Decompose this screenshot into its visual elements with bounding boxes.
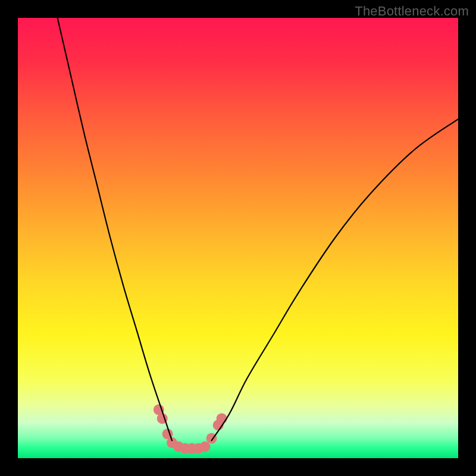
chart-foreground [18,18,458,458]
marker-dot [200,441,211,452]
plot-area [18,18,458,458]
right-branch-curve [212,119,458,440]
left-branch-curve [58,18,172,440]
marker-dot [217,413,227,424]
chart-container: TheBottleneck.com [0,0,476,476]
watermark-text: TheBottleneck.com [355,4,469,19]
marker-dots [154,405,227,454]
